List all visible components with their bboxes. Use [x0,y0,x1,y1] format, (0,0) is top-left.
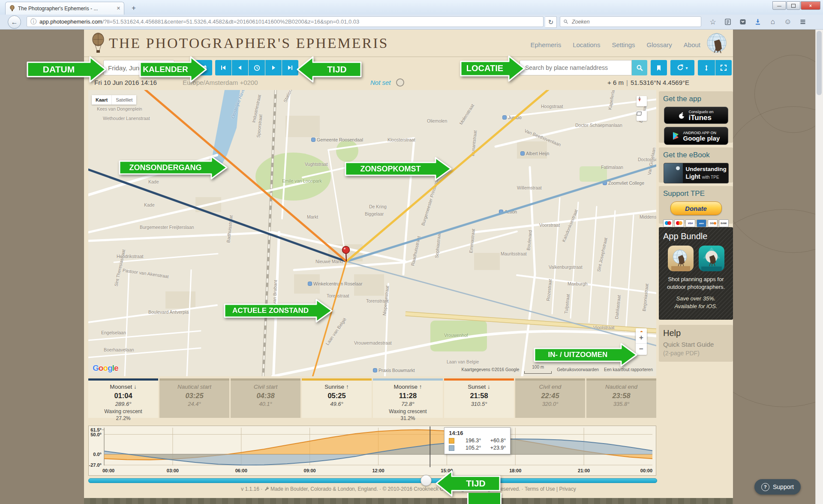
wrench-icon [264,486,269,491]
event-cell-moonset: Moonset ↓01:04289.6°Waxing crescent27.2% [88,378,158,418]
browser-scrollbar[interactable] [815,29,823,504]
step-back-button[interactable] [232,60,248,75]
main-nav: EphemerisLocationsSettingsGlossaryAbout [530,41,700,48]
app-bundle-card[interactable]: App Bundle Shot planning apps for outdoo… [659,227,733,320]
tooltip-row-sun: 196.3°+60.8° [449,438,506,444]
new-tab-button[interactable]: + [129,3,139,13]
scrollbar-thumb[interactable] [817,31,822,95]
nav-item-glossary[interactable]: Glossary [647,41,672,48]
ebook-cover-image [664,163,683,183]
map-type-kaart[interactable]: Kaart [92,95,111,105]
nav-item-ephemeris[interactable]: Ephemeris [530,41,561,48]
reload-button[interactable]: ↻ [545,16,557,28]
place-search-box[interactable] [520,60,632,75]
attribution-report[interactable]: Een kaartfout rapporteren [604,367,653,372]
question-icon: ? [761,483,769,491]
share-icon [677,64,684,71]
browser-tab[interactable]: The Photographer's Ephemeris - ... ✕ [5,2,124,15]
browser-search-box[interactable] [560,16,701,27]
status-toggle[interactable] [396,78,404,87]
up-down-arrow-icon [703,64,710,72]
window-maximize-button[interactable] [787,1,800,10]
time-slider-thumb[interactable] [421,475,432,486]
payment-cards: VISAAMEXDISCBANK [663,219,729,227]
time-slider-track[interactable] [88,478,657,483]
altitude-chart[interactable]: 61.5°50.0°0.0°-27.0°00:0003:0006:0009:00… [88,426,656,476]
balloon-logo [91,33,105,54]
support-tpe-panel: Support TPE Donate VISAAMEXDISCBANK [659,186,733,224]
search-icon [563,19,568,24]
place-search-button[interactable] [632,60,647,75]
ebook-badge[interactable]: UnderstandingLightwith TPE [664,163,729,183]
card-icon-mastercard [674,219,684,227]
app-bundle-ios: Available for iOS. [674,303,717,309]
quick-start-guide-link[interactable]: Quick Start Guide [663,341,729,348]
current-time-button[interactable] [249,60,265,75]
status-separator: | [626,79,628,86]
map-canvas[interactable]: Kees van DongenpleinWethouder Lanenstraa… [88,90,656,376]
bookmark-star-icon[interactable]: ☆ [707,16,718,27]
nav-item-settings[interactable]: Settings [612,41,635,48]
window-close-button[interactable]: × [801,1,820,10]
event-cell-nautical-start: Nautical start03:2524.4° [159,378,229,418]
zoom-out-button[interactable]: − [636,344,647,355]
pocket-icon[interactable] [737,16,748,27]
tooltip-row-moon: 105.2°+23.9° [449,445,506,451]
map-compass-button[interactable] [637,96,647,106]
fullscreen-button[interactable] [715,60,732,75]
moonrise-line [346,90,656,261]
share-button[interactable]: ▾ [670,60,694,75]
nav-item-locations[interactable]: Locations [573,41,600,48]
scale-label: 100 m [532,365,544,369]
step-forward-icon [270,64,277,71]
terms-link[interactable]: Terms of Use [525,486,555,492]
events-table: Moonset ↓01:04289.6°Waxing crescent27.2%… [88,378,656,418]
play-triangle-icon [672,132,680,140]
browser-search-input[interactable] [571,18,698,25]
tab-title: The Photographer's Ephemeris - ... [18,6,114,12]
donate-button[interactable]: Donate [670,201,722,215]
current-moon-line [346,261,656,376]
step-forward-button[interactable] [265,60,282,75]
privacy-link[interactable]: Privacy [559,486,576,492]
back-button[interactable]: ← [8,15,21,29]
skip-start-button[interactable] [215,60,231,75]
map-type-satelliet[interactable]: Satelliet [111,95,136,105]
attribution-terms[interactable]: Gebruiksvoorwaarden [557,367,599,372]
url-domain: app.photoephemeris.com [39,18,102,25]
google-play-badge[interactable]: ANDROID APP ONGoogle play [664,127,728,145]
url-bar[interactable]: ⓘ app.photoephemeris.com/?ll=51.531624,4… [27,16,544,27]
tpe-globe-logo[interactable] [706,33,727,55]
date-field[interactable] [103,60,174,75]
card-icon-bank: BANK [719,219,729,227]
zoom-in-button[interactable]: + [636,332,647,344]
reading-list-icon[interactable] [722,16,733,27]
tooltip-time: 14:16 [449,430,506,436]
place-search-input[interactable] [524,64,627,72]
nav-item-about[interactable]: About [684,41,700,48]
card-icon-visa: VISA [685,219,695,227]
save-location-button[interactable] [651,60,667,75]
menu-hamburger-icon[interactable] [797,16,808,27]
downloads-icon[interactable] [752,16,763,27]
svg-text:50.0°: 50.0° [90,432,102,437]
footer: v 1.1.16 · Made in Boulder, Colorado & L… [84,486,733,492]
elevation-toggle-button[interactable] [698,60,715,75]
hello-smiley-icon[interactable]: ☺ [782,16,793,27]
site-info-icon[interactable]: ⓘ [30,18,36,26]
itunes-line1: Consíguelo en [688,110,713,114]
skip-end-icon [287,64,294,71]
skip-end-button[interactable] [282,60,298,75]
event-cell-nautical-end: Nautical end23:58335.8° [586,378,656,418]
home-icon[interactable]: ⌂ [767,16,778,27]
moonset-line [88,90,346,261]
window-minimize-button[interactable]: — [772,1,786,10]
app-bundle-save: Save over 35%. [676,295,716,302]
status-timezone: Europe/Amsterdam +0200 [183,79,258,86]
calendar-button[interactable] [195,60,212,75]
itunes-badge[interactable]: Consíguelo eniTunes [664,107,728,124]
tab-close-icon[interactable]: ✕ [117,6,120,11]
map-tilt-button[interactable] [637,111,647,121]
google-logo[interactable]: Google [93,363,118,373]
support-button[interactable]: ? Support [754,479,801,495]
